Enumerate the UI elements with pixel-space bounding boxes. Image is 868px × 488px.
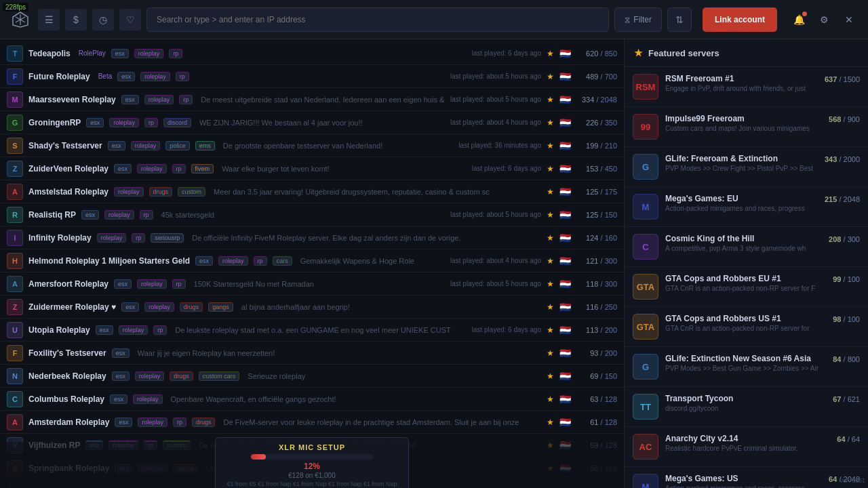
featured-server-desc: GTA CnR is an action-packed non-RP serve…: [665, 285, 826, 292]
star-icon[interactable]: ★: [547, 371, 554, 381]
star-icon[interactable]: ★: [547, 394, 554, 404]
close-button[interactable]: ✕: [838, 9, 860, 30]
player-count: 489 / 700: [576, 73, 617, 81]
featured-server-avatar: M: [633, 474, 658, 488]
server-avatar: A: [7, 414, 23, 430]
server-avatar: M: [7, 92, 23, 108]
server-tag-pill: esx: [112, 348, 130, 358]
star-icon[interactable]: ★: [547, 72, 554, 81]
server-description: De officiële Infinity FiveM Roleplay ser…: [192, 234, 541, 242]
favorites-button[interactable]: ♡: [119, 9, 141, 30]
server-avatar: N: [7, 483, 23, 489]
server-row[interactable]: FFuture RoleplayBetaesxroleplayrplast pl…: [0, 65, 624, 88]
server-tag-pill: rp: [176, 72, 189, 81]
right-panel: ★ Featured servers RSMRSM Freeroam #1Eng…: [624, 39, 868, 488]
server-tag-pill: roleplay: [97, 233, 127, 243]
star-icon[interactable]: ★: [547, 279, 554, 289]
server-row[interactable]: IInfinity RoleplayroleplayrpseriousrpDe …: [0, 226, 624, 249]
player-count: 125 / 175: [576, 188, 617, 196]
star-icon[interactable]: ★: [547, 95, 554, 104]
server-row[interactable]: FFoxility's TestserveresxWaar jij je eig…: [0, 342, 624, 365]
server-tag-pill: esx: [81, 210, 99, 220]
featured-server-row[interactable]: GTAGTA Cops and Robbers US #1GTA CnR is …: [625, 307, 868, 347]
money-button[interactable]: $: [65, 9, 87, 30]
featured-server-row[interactable]: MMega's Games: EUAction-packed minigames…: [625, 187, 868, 227]
server-row[interactable]: MMaarsseveen RoleplayesxroleplayrpDe mee…: [0, 88, 624, 111]
country-flag: 🇳🇱: [559, 371, 571, 382]
star-icon[interactable]: ★: [547, 187, 554, 197]
star-icon[interactable]: ★: [547, 233, 554, 243]
link-account-button[interactable]: Link account: [703, 7, 777, 32]
country-flag: 🇳🇱: [559, 463, 571, 474]
server-row[interactable]: HHelmond Roleplay 1 Miljoen Starters Gel…: [0, 249, 624, 272]
server-row[interactable]: GGroningenRPesxroleplayrpdiscordWE ZIJN …: [0, 111, 624, 134]
featured-server-row[interactable]: ACAnarchy City v2.14Realistic hardcore P…: [625, 427, 868, 467]
server-row[interactable]: TTedeapolisRolePlayesxroleplayrplast pla…: [0, 42, 624, 65]
server-tag-pill: rp: [172, 164, 186, 174]
featured-server-name: GLife: Freeroam & Extinction: [665, 154, 818, 163]
star-icon[interactable]: ★: [547, 210, 554, 220]
filter-button[interactable]: ⧖ Filter: [614, 7, 662, 32]
server-row[interactable]: SShady's TestserveresxroleplaypoliceemsD…: [0, 134, 624, 157]
search-input[interactable]: [146, 7, 609, 32]
server-name: Shady's Testserver: [28, 141, 102, 150]
star-icon[interactable]: ★: [547, 302, 554, 312]
server-description: Serieuze roleplay: [248, 372, 541, 380]
server-tag-pill: esx: [96, 325, 113, 335]
last-played-text: last played: about 4 hours ago: [450, 257, 541, 264]
star-icon[interactable]: ★: [547, 441, 554, 450]
star-icon[interactable]: ★: [547, 418, 554, 427]
star-icon[interactable]: ★: [547, 141, 554, 150]
server-row[interactable]: AAmstelstad RoleplayroleplaydrugscustomM…: [0, 180, 624, 203]
menu-button[interactable]: ☰: [38, 9, 60, 30]
server-tag-pill: rp: [254, 256, 267, 266]
server-tag-pill: drugs: [180, 302, 203, 312]
star-icon[interactable]: ★: [547, 348, 554, 358]
featured-server-row[interactable]: GTAGTA Cops and Robbers EU #1GTA CnR is …: [625, 267, 868, 307]
star-icon[interactable]: ★: [547, 325, 554, 335]
featured-player-count: 99 / 100: [833, 275, 860, 283]
notifications-button[interactable]: 🔔: [788, 9, 810, 30]
server-row[interactable]: AAmersfoort Roleplayesxroleplayrp150K St…: [0, 272, 624, 296]
player-count: 121 / 300: [576, 257, 617, 265]
server-tag-pill: roleplay: [135, 371, 165, 381]
featured-server-row[interactable]: 99Impulse99 FreeroamCustom cars and maps…: [625, 107, 868, 147]
server-tag-pill: fivem: [191, 164, 214, 174]
server-avatar: S: [7, 460, 23, 476]
server-avatar: A: [7, 276, 23, 292]
server-tag-pill: custom: [163, 441, 191, 450]
server-description: WE ZIJN JARIG!!! We bestaan al 4 jaar vo…: [199, 119, 445, 127]
featured-server-row[interactable]: RSMRSM Freeroam #1Engage in PvP, drift a…: [625, 67, 868, 107]
server-tag-pill: roleplay: [134, 49, 164, 58]
server-name: Foxility's Testserver: [28, 348, 106, 358]
xlr-mic-setup-popup[interactable]: XLR MIC SETUP 12% €128 on €1,000 €1 from…: [215, 437, 408, 489]
star-icon[interactable]: ★: [547, 49, 554, 58]
sort-button[interactable]: ⇅: [667, 7, 692, 32]
server-row[interactable]: RRealistiq RPesxroleplayrp45k startersge…: [0, 203, 624, 226]
server-row[interactable]: AAmsterdam RoleplayesxroleplayrpdrugsDe …: [0, 411, 624, 434]
settings-button[interactable]: ⚙: [813, 9, 835, 30]
server-tag-pill: esx: [114, 279, 132, 289]
featured-server-info: Mega's Games: EUAction-packed minigames …: [665, 194, 818, 212]
server-row[interactable]: NNederbeek Roleplayesxroleplaydrugscusto…: [0, 365, 624, 388]
server-row[interactable]: UUtopia RoleplayesxroleplayrpDe leukste …: [0, 319, 624, 342]
featured-server-row[interactable]: GGLife: Freeroam & ExtinctionPVP Modes >…: [625, 147, 868, 187]
country-flag: 🇳🇱: [559, 94, 571, 105]
star-icon[interactable]: ★: [547, 164, 554, 174]
featured-server-row[interactable]: TTTransport Tycoondiscord.gg/tycoon67 / …: [625, 387, 868, 427]
featured-server-row[interactable]: MMega's Games: USAction-packed minigames…: [625, 467, 868, 488]
country-flag: 🇳🇱: [559, 486, 571, 489]
featured-player-count: 215 / 2048: [825, 195, 860, 203]
featured-server-desc: A competitive, pvp Arma 3 style gamemode…: [665, 245, 822, 252]
server-row[interactable]: ZZuidermeer Roleplay ♥esxroleplaydrugsga…: [0, 296, 624, 319]
featured-server-row[interactable]: CCosmic King of the HillA competitive, p…: [625, 227, 868, 267]
server-row[interactable]: ZZuiderVeen RoleplayesxroleplayrpfivemWa…: [0, 157, 624, 180]
star-icon[interactable]: ★: [547, 118, 554, 127]
star-icon[interactable]: ★: [547, 256, 554, 266]
featured-server-row[interactable]: GGLife: Extinction New Season #6 AsiaPVP…: [625, 347, 868, 387]
server-tag-pill: esx: [115, 464, 132, 473]
server-row[interactable]: CColumbus RoleplayesxroleplayOpenbare Wa…: [0, 388, 624, 411]
star-icon[interactable]: ★: [547, 464, 554, 473]
server-tag-pill: rp: [140, 210, 153, 220]
history-button[interactable]: ◷: [92, 9, 114, 30]
